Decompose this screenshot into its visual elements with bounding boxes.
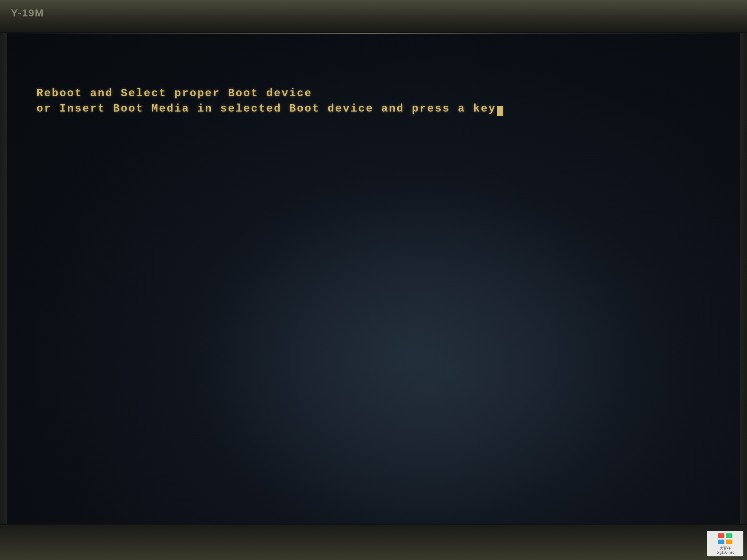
svg-rect-0 — [718, 533, 724, 538]
bios-line2: or Insert Boot Media in selected Boot de… — [36, 101, 711, 116]
svg-rect-2 — [718, 540, 724, 544]
right-bezel — [740, 33, 747, 524]
bios-line1: Reboot and Select proper Boot device — [36, 86, 711, 101]
screen: Reboot and Select proper Boot device or … — [7, 33, 740, 524]
bios-message-container: Reboot and Select proper Boot device or … — [36, 86, 711, 116]
monitor-frame: Y-19M Reboot and Select proper Boot devi… — [0, 0, 747, 560]
watermark-text: 大百科 big100.net — [717, 546, 734, 555]
top-bezel: Y-19M — [0, 0, 747, 33]
watermark-logo — [716, 533, 734, 545]
watermark-svg — [718, 533, 732, 544]
left-bezel — [0, 33, 7, 524]
svg-rect-3 — [726, 540, 732, 544]
cursor-blink — [497, 106, 503, 116]
svg-rect-1 — [726, 533, 732, 538]
watermark: 大百科 big100.net — [707, 531, 743, 556]
bottom-bezel — [0, 524, 747, 560]
monitor-label: Y-19M — [11, 7, 44, 19]
